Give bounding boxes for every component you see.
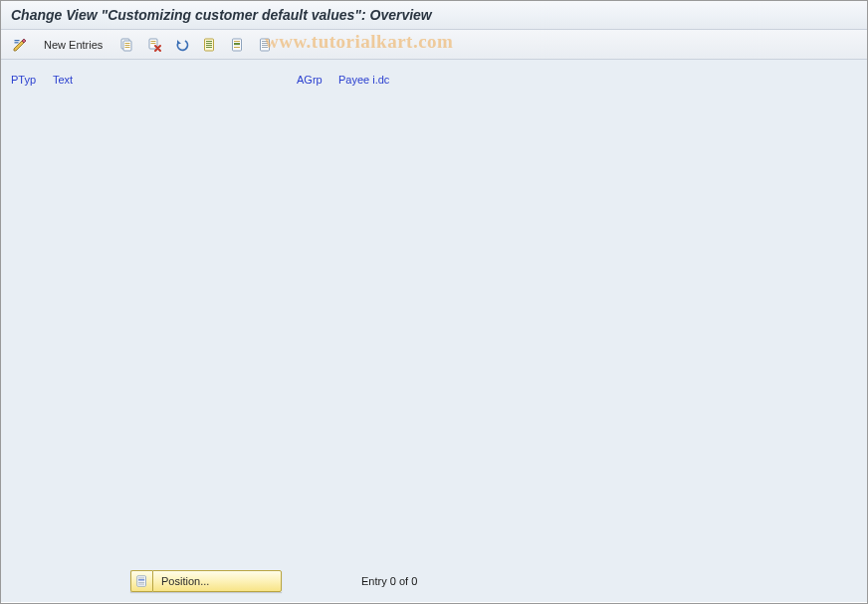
column-ptyp[interactable]: PTyp (11, 74, 53, 86)
entry-count: Entry 0 of 0 (361, 575, 417, 587)
svg-rect-17 (234, 43, 240, 45)
new-entries-button[interactable]: New Entries (37, 36, 109, 54)
select-block-icon[interactable] (227, 35, 249, 55)
svg-rect-25 (138, 578, 144, 579)
svg-rect-6 (125, 47, 130, 48)
content-area: PTyp Text AGrp Payee i.dc Position... En… (1, 60, 867, 602)
svg-rect-24 (136, 576, 145, 587)
svg-rect-12 (206, 43, 212, 44)
svg-rect-21 (262, 43, 268, 44)
svg-rect-20 (262, 41, 268, 42)
svg-rect-27 (138, 582, 144, 583)
svg-rect-8 (151, 41, 156, 42)
svg-rect-14 (206, 47, 212, 48)
svg-rect-11 (206, 41, 212, 42)
svg-rect-18 (234, 47, 240, 48)
page-title: Change View "Customizing customer defaul… (11, 7, 432, 23)
change-display-icon[interactable] (9, 35, 31, 55)
watermark-text: www.tutorialkart.com (265, 31, 453, 53)
copy-as-icon[interactable] (115, 35, 137, 55)
svg-rect-23 (262, 47, 268, 48)
title-bar: Change View "Customizing customer defaul… (1, 1, 867, 30)
toolbar: New Entries (1, 30, 867, 60)
svg-rect-28 (138, 584, 144, 585)
svg-rect-1 (15, 42, 19, 43)
select-all-icon[interactable] (199, 35, 221, 55)
svg-rect-22 (262, 45, 268, 46)
undo-change-icon[interactable] (171, 35, 193, 55)
footer-bar: Position... Entry 0 of 0 (1, 570, 867, 592)
delete-icon[interactable] (143, 35, 165, 55)
svg-rect-13 (206, 45, 212, 46)
position-icon[interactable] (130, 570, 152, 592)
deselect-all-icon[interactable] (255, 35, 277, 55)
column-text[interactable]: Text (53, 74, 297, 86)
position-button[interactable]: Position... (152, 570, 282, 592)
column-headers: PTyp Text AGrp Payee i.dc (11, 74, 857, 86)
column-payee[interactable]: Payee i.dc (338, 74, 389, 86)
position-button-wrapper: Position... (130, 570, 282, 592)
svg-rect-5 (125, 45, 130, 46)
svg-rect-0 (15, 40, 20, 41)
svg-rect-16 (234, 41, 240, 42)
svg-rect-4 (125, 43, 130, 44)
column-agrp[interactable]: AGrp (297, 74, 338, 86)
svg-rect-26 (138, 579, 144, 580)
svg-rect-9 (151, 43, 156, 44)
